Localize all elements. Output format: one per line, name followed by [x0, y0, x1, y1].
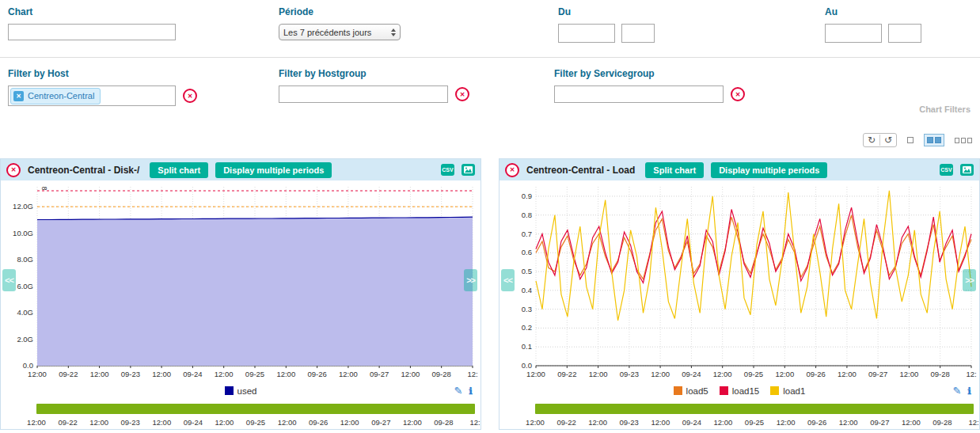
timeline-tick-label: 12:	[469, 418, 480, 427]
chart-title: Centreon-Central - Load	[526, 165, 635, 176]
legend-item-load15[interactable]: load15	[720, 386, 760, 396]
svg-text:0.8: 0.8	[522, 211, 532, 219]
chart-title: Centreon-Central - Disk-/	[28, 165, 139, 176]
du-time-input[interactable]	[621, 24, 655, 43]
timeline-tick-label: 12:00	[215, 418, 234, 427]
timeline-tick-label: 09-24	[184, 418, 203, 427]
timeline-tick-label: 09-26	[807, 418, 826, 427]
timeline-tick-label: 12:00	[403, 418, 422, 427]
chip-remove-icon[interactable]: ✕	[13, 91, 24, 101]
svg-text:09-28: 09-28	[931, 370, 950, 378]
au-date-input[interactable]	[825, 24, 882, 43]
host-chip[interactable]: ✕ Centreon-Central	[10, 88, 101, 104]
periode-select[interactable]: Les 7 précédents jours	[279, 24, 401, 40]
timeline-tick-label: 12:00	[714, 418, 733, 427]
chart-panel-load: ✕ Centreon-Central - Load Split chart Di…	[499, 158, 980, 430]
timeline-tick-label: 09-28	[434, 418, 453, 427]
svg-text:2.0G: 2.0G	[17, 335, 33, 344]
au-time-input[interactable]	[888, 24, 921, 43]
timeline-selector[interactable]	[535, 404, 974, 414]
timeline-tick-label: 09-26	[309, 418, 328, 427]
edit-chart-icon[interactable]: ✎	[953, 385, 962, 397]
svg-text:12:00: 12:00	[526, 370, 545, 378]
legend-swatch	[720, 386, 728, 395]
chart-filter-block: Chart	[8, 6, 176, 40]
host-filter-block: Filter by Host ✕ Centreon-Central ✕	[8, 68, 197, 106]
servicegroup-filter-block: Filter by Servicegroup ✕	[554, 68, 745, 103]
charts-row: ✕ Centreon-Central - Disk-/ Split chart …	[0, 158, 980, 430]
pause-refresh-icon[interactable]: ↺	[880, 134, 896, 146]
servicegroup-filter-input[interactable]	[554, 85, 724, 103]
svg-text:12:00: 12:00	[152, 370, 171, 378]
timeline-axis-labels: 12:0009-2212:0009-2312:0009-2412:0009-25…	[535, 416, 974, 429]
du-date-input[interactable]	[558, 24, 615, 43]
legend-item-used[interactable]: used	[225, 386, 257, 396]
two-per-row-icon[interactable]	[924, 134, 944, 146]
refresh-icon[interactable]: ↻	[864, 134, 879, 146]
timeline-tick-label: 09-22	[58, 418, 77, 427]
clear-host-filter-icon[interactable]: ✕	[183, 89, 197, 103]
chart-panel-disk: ✕ Centreon-Central - Disk-/ Split chart …	[0, 158, 481, 430]
chart-legend: load5load15load1	[674, 386, 806, 396]
legend-swatch	[770, 386, 779, 395]
scroll-forward-button[interactable]: >>	[464, 269, 477, 291]
chart-info-icon[interactable]: ℹ	[469, 386, 473, 397]
timeline-tick-label: 09-24	[682, 418, 701, 427]
remove-chart-icon[interactable]: ✕	[505, 163, 519, 177]
scroll-back-button[interactable]: <<	[2, 269, 16, 291]
scroll-forward-button[interactable]: >>	[963, 269, 976, 291]
svg-text:09-24: 09-24	[183, 370, 202, 378]
export-csv-icon[interactable]: csv	[441, 164, 454, 176]
clear-hostgroup-filter-icon[interactable]: ✕	[455, 87, 469, 101]
svg-text:4.0G: 4.0G	[17, 308, 33, 317]
svg-text:12:: 12:	[467, 370, 477, 378]
du-label: Du	[558, 6, 655, 17]
svg-text:0.6: 0.6	[522, 248, 532, 256]
refresh-controls: ↻ ↺	[863, 133, 897, 147]
svg-text:12:00: 12:00	[713, 370, 732, 378]
chart-legend: used	[225, 386, 257, 396]
legend-item-load5[interactable]: load5	[674, 386, 708, 396]
split-chart-button[interactable]: Split chart	[645, 162, 704, 178]
timeline-tick-label: 12:00	[777, 418, 796, 427]
chart-svg: 0.02.0G4.0G6.0G8.0G10.0G12.0G12:0009-221…	[2, 180, 480, 380]
clear-servicegroup-filter-icon[interactable]: ✕	[731, 87, 745, 101]
svg-text:0.7: 0.7	[522, 230, 532, 238]
timeline-tick-label: 09-28	[933, 418, 952, 427]
svg-text:0.4: 0.4	[522, 286, 532, 294]
hostgroup-filter-block: Filter by Hostgroup ✕	[279, 68, 469, 103]
servicegroup-filter-label: Filter by Servicegroup	[554, 68, 745, 79]
split-chart-button[interactable]: Split chart	[150, 162, 208, 178]
host-chip-label: Centreon-Central	[28, 91, 94, 101]
svg-text:09-24: 09-24	[682, 370, 701, 378]
timeline-tick-label: 09-27	[870, 418, 889, 427]
export-image-icon[interactable]	[462, 164, 475, 176]
svg-text:09-27: 09-27	[370, 370, 389, 378]
display-multiple-periods-button[interactable]: Display multiple periods	[215, 162, 332, 178]
one-per-row-icon[interactable]	[904, 134, 917, 146]
hostgroup-filter-input[interactable]	[279, 85, 448, 103]
svg-text:09-23: 09-23	[121, 370, 140, 378]
timeline-selector[interactable]	[36, 404, 475, 414]
svg-text:09-28: 09-28	[432, 370, 451, 378]
svg-text:12:00: 12:00	[838, 370, 857, 378]
export-csv-icon[interactable]: csv	[940, 164, 953, 176]
timeline-tick-label: 09-27	[371, 418, 390, 427]
three-per-row-icon[interactable]	[952, 135, 975, 146]
svg-text:09-27: 09-27	[868, 370, 887, 378]
display-multiple-periods-button[interactable]: Display multiple periods	[711, 162, 827, 178]
export-image-icon[interactable]	[960, 164, 974, 176]
chart-filter-input[interactable]	[8, 24, 176, 40]
du-filter-block: Du	[558, 6, 655, 43]
chart-info-icon[interactable]: ℹ	[967, 386, 971, 397]
timeline-tick-label: 12:00	[526, 418, 545, 427]
legend-item-load1[interactable]: load1	[770, 386, 805, 396]
svg-text:12:00: 12:00	[90, 370, 109, 378]
edit-chart-icon[interactable]: ✎	[454, 385, 463, 397]
scroll-back-button[interactable]: <<	[501, 269, 515, 291]
host-filter-input[interactable]: ✕ Centreon-Central	[8, 85, 176, 106]
svg-text:12:00: 12:00	[401, 370, 420, 378]
remove-chart-icon[interactable]: ✕	[6, 163, 21, 177]
timeline-tick-label: 12:00	[651, 418, 670, 427]
timeline-tick-label: 09-23	[620, 418, 639, 427]
